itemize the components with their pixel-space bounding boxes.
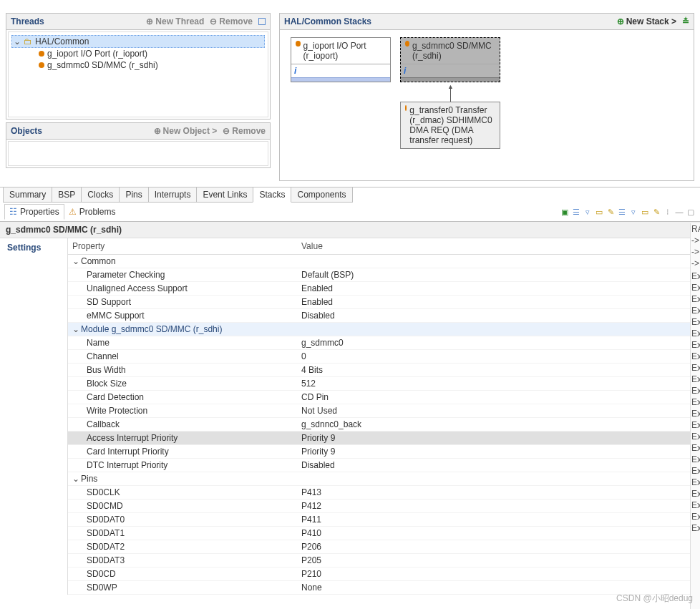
row-sd0cd[interactable]: SD0CDP210 [68, 567, 700, 581]
tab-bsp[interactable]: BSP [52, 187, 82, 203]
minimize-view-icon[interactable]: — [674, 207, 684, 217]
filter-icon[interactable]: ▿ [583, 207, 593, 217]
row-dtc-interrupt-priority[interactable]: DTC Interrupt PriorityDisabled [68, 459, 700, 472]
row-unaligned-access[interactable]: Unaligned Access SupportEnabled [68, 282, 700, 296]
tree-icon[interactable]: ⁝ [663, 207, 673, 217]
row-write-protection[interactable]: Write ProtectionNot Used [68, 404, 700, 418]
info-icon[interactable]: i [404, 66, 406, 76]
prop-value[interactable]: g_sdmmc0 [297, 336, 700, 349]
prop-value[interactable]: Default (BSP) [297, 268, 700, 281]
row-card-interrupt-priority[interactable]: Card Interrupt PriorityPriority 9 [68, 445, 700, 459]
prop-value[interactable]: Priority 9 [297, 445, 700, 458]
row-sd0dat0[interactable]: SD0DAT0P411 [68, 513, 700, 527]
prop-value[interactable]: Not Used [297, 404, 700, 417]
gutter-text: Ex [691, 339, 700, 351]
new-object-button[interactable]: ⊕ New Object > [154, 126, 218, 136]
row-sd-support[interactable]: SD SupportEnabled [68, 296, 700, 309]
tab-clocks[interactable]: Clocks [81, 187, 120, 203]
toolbar-icon-8[interactable]: ▭ [640, 207, 650, 217]
filter-icon-2[interactable]: ▿ [628, 207, 638, 217]
row-sd0wp[interactable]: SD0WPNone [68, 581, 700, 595]
toolbar-icon-1[interactable]: ▣ [560, 207, 570, 217]
tab-summary[interactable]: Summary [3, 187, 52, 203]
prop-key: Parameter Checking [68, 268, 297, 281]
stack-box-sdmmc[interactable]: g_sdmmc0 SD/MMC (r_sdhi) i [400, 37, 500, 82]
row-sd0dat3[interactable]: SD0DAT3P205 [68, 554, 700, 567]
tab-stacks[interactable]: Stacks [253, 187, 291, 203]
row-sd0clk[interactable]: SD0CLKP413 [68, 486, 700, 500]
tree-item-sdmmc[interactable]: g_sdmmc0 SD/MMC (r_sdhi) [11, 59, 265, 71]
prop-key: SD0DAT3 [68, 554, 297, 567]
prop-value[interactable]: P411 [297, 513, 700, 526]
tree-root-hal-common[interactable]: ⌄ 🗀 HAL/Common [11, 35, 265, 48]
row-sd0dat1[interactable]: SD0DAT1P410 [68, 527, 700, 540]
prop-value[interactable]: Enabled [297, 296, 700, 308]
remove-thread-label: Remove [219, 16, 253, 26]
toolbar-icon-9[interactable]: ✎ [651, 207, 661, 217]
threads-tree: ⌄ 🗀 HAL/Common g_ioport I/O Port (r_iopo… [8, 31, 268, 117]
prop-value[interactable]: g_sdnnc0_back [297, 418, 700, 431]
row-callback[interactable]: Callbackg_sdnnc0_back [68, 418, 700, 432]
tree-root-label: HAL/Common [35, 36, 89, 47]
prop-value[interactable]: Disabled [297, 309, 700, 322]
row-bus-width[interactable]: Bus Width4 Bits [68, 364, 700, 377]
gutter-text: Ex [691, 351, 700, 362]
stack-box-transfer[interactable]: g_transfer0 Transfer (r_dmac) SDHIMMC0 D… [400, 102, 500, 149]
toolbar-icon-6[interactable]: ☰ [617, 207, 627, 217]
view-properties[interactable]: ☷ Properties [4, 204, 64, 220]
row-sd0dat2[interactable]: SD0DAT2P206 [68, 540, 700, 554]
row-emmc-support[interactable]: eMMC SupportDisabled [68, 309, 700, 323]
toolbar-icon-4[interactable]: ▭ [594, 207, 604, 217]
new-stack-button[interactable]: ⊕ New Stack > [617, 16, 676, 26]
prop-value[interactable]: P205 [297, 554, 700, 567]
prop-value[interactable]: CD Pin [297, 391, 700, 404]
group-module[interactable]: ⌄Module g_sdmmc0 SD/MMC (r_sdhi) [68, 323, 700, 336]
gutter-text: -> [691, 246, 700, 258]
prop-value[interactable]: P412 [297, 500, 700, 512]
prop-value[interactable]: P210 [297, 567, 700, 580]
row-sd0cmd[interactable]: SD0CMDP412 [68, 500, 700, 513]
remove-object-button[interactable]: ⊖ Remove [223, 126, 266, 136]
prop-value[interactable]: Disabled [297, 459, 700, 472]
prop-value[interactable]: 4 Bits [297, 364, 700, 376]
prop-value[interactable]: 0 [297, 350, 700, 363]
row-card-detection[interactable]: Card DetectionCD Pin [68, 391, 700, 404]
tab-components[interactable]: Components [291, 187, 352, 203]
prop-key: Callback [68, 418, 297, 431]
tree-item-ioport[interactable]: g_ioport I/O Port (r_ioport) [11, 48, 265, 59]
group-pins[interactable]: ⌄Pins [68, 472, 700, 486]
minimize-icon[interactable] [258, 18, 266, 25]
prop-value[interactable]: P410 [297, 527, 700, 540]
category-settings[interactable]: Settings [0, 238, 67, 257]
remove-thread-button[interactable]: ⊖ Remove [210, 16, 253, 26]
extend-stack-button[interactable]: ≛ [682, 16, 689, 26]
tab-pins[interactable]: Pins [119, 187, 148, 203]
row-channel[interactable]: Channel0 [68, 350, 700, 364]
chevron-down-icon[interactable]: ⌄ [14, 36, 21, 47]
tab-interrupts[interactable]: Interrupts [148, 187, 198, 203]
prop-value[interactable]: P206 [297, 540, 700, 553]
prop-value[interactable]: Enabled [297, 282, 700, 295]
toolbar-icon-5[interactable]: ✎ [606, 207, 616, 217]
row-name[interactable]: Nameg_sdmmc0 [68, 336, 700, 350]
gutter-text: -> [691, 258, 700, 269]
row-access-interrupt-priority[interactable]: Access Interrupt PriorityPriority 9 [68, 432, 700, 445]
prop-value[interactable]: 512 [297, 377, 700, 390]
row-parameter-checking[interactable]: Parameter CheckingDefault (BSP) [68, 268, 700, 282]
prop-value[interactable]: Priority 9 [297, 432, 700, 444]
toolbar-icon-2[interactable]: ☰ [571, 207, 581, 217]
prop-key: eMMC Support [68, 309, 297, 322]
maximize-view-icon[interactable]: ▢ [686, 207, 696, 217]
threads-panel: Threads ⊕ New Thread ⊖ Remove ⌄ 🗀 HAL/Co… [6, 13, 271, 120]
tab-event-links[interactable]: Event Links [196, 187, 253, 203]
stack-box-ioport[interactable]: g_ioport I/O Port (r_ioport) i [291, 37, 391, 82]
group-common[interactable]: ⌄Common [68, 255, 700, 268]
stacks-canvas[interactable]: g_ioport I/O Port (r_ioport) i g_sdmmc0 … [280, 30, 694, 180]
prop-key: DTC Interrupt Priority [68, 459, 297, 472]
prop-value[interactable]: P413 [297, 486, 700, 499]
prop-key: Channel [68, 350, 297, 363]
new-thread-button[interactable]: ⊕ New Thread [146, 16, 204, 26]
info-icon[interactable]: i [294, 66, 296, 76]
row-block-size[interactable]: Block Size512 [68, 377, 700, 391]
view-problems[interactable]: ⚠ Problems [64, 205, 120, 219]
